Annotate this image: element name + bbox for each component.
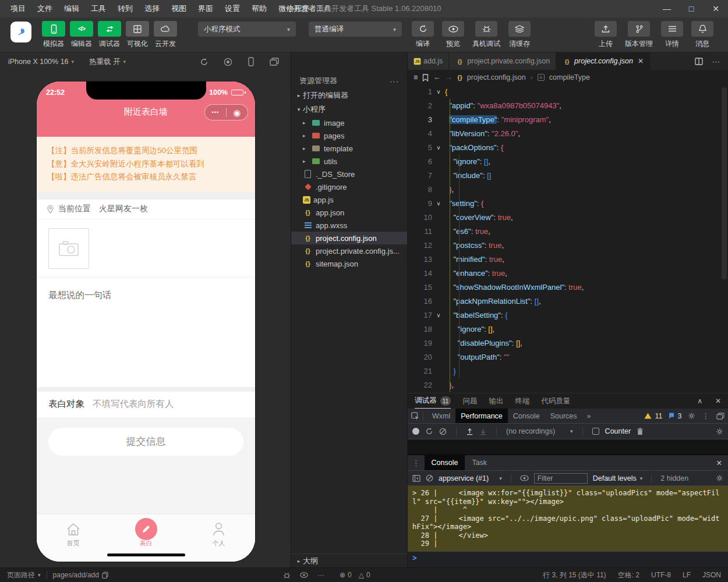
console-drawer-tab[interactable]: Task [465, 455, 494, 470]
mode-select[interactable]: 小程序模式▾ [198, 22, 296, 37]
debugger-tab[interactable]: 代码质量 [541, 393, 570, 409]
message-textarea[interactable]: 最想说的一句话 [37, 278, 255, 387]
devtools-tab[interactable]: Performance [455, 409, 508, 423]
gear-icon[interactable] [716, 428, 723, 435]
problems-indicator[interactable]: ⊗0 △0 [340, 571, 370, 579]
filter-input[interactable] [534, 473, 588, 484]
recordings-select[interactable]: (no recordings)▾ [506, 427, 573, 435]
tabbar-item[interactable]: 首页 [50, 520, 97, 562]
more-dots-icon[interactable]: ••• [212, 109, 219, 115]
code-line[interactable]: 12 "postcss": true, [408, 239, 728, 253]
console-drawer-tab[interactable]: Console [425, 455, 465, 470]
code-line[interactable]: 9∨ "setting": { [408, 197, 728, 211]
more-actions-icon[interactable]: ··· [390, 77, 399, 86]
panel-toggle-button[interactable]: 调试器 [96, 21, 123, 49]
record-icon[interactable] [224, 58, 232, 66]
forward-arrow-icon[interactable]: → [446, 73, 453, 81]
code-editor[interactable]: 1∨{2 "appid": "wxa8a0987b05074943",3 "co… [408, 85, 728, 393]
toolbar-action-button[interactable]: 清缓存 [504, 21, 535, 49]
collapse-icon[interactable]: ∧ [697, 397, 702, 405]
tree-item[interactable]: ▸ pages [291, 129, 407, 142]
debugger-tab[interactable]: 调试器 11 [415, 393, 451, 409]
devtools-tab[interactable]: Console [508, 409, 545, 423]
code-line[interactable]: 10 "coverView": true, [408, 211, 728, 225]
code-line[interactable]: 5∨ "packOptions": { [408, 141, 728, 155]
eye-icon[interactable] [300, 572, 308, 578]
gear-icon[interactable] [716, 474, 723, 482]
panel-toggle-button[interactable]: 模拟器 [40, 21, 68, 49]
counter-checkbox[interactable] [592, 428, 599, 435]
hidden-count[interactable]: 2 hidden [660, 474, 688, 482]
hamburger-icon[interactable]: ≡ [414, 73, 418, 81]
more-actions-icon[interactable]: ··· [712, 57, 720, 66]
split-editor-icon[interactable] [695, 58, 703, 65]
tab-overflow-icon[interactable]: » [582, 412, 596, 420]
code-line[interactable]: 19 "disablePlugins": [], [408, 336, 728, 350]
menu-item[interactable]: 微信开发者工具 [273, 0, 337, 17]
clear-icon[interactable] [439, 428, 447, 435]
toolbar-action-button[interactable]: 预览 [438, 21, 468, 49]
encoding[interactable]: UTF-8 [651, 571, 671, 579]
explorer-section[interactable]: ▾ 小程序 [291, 102, 407, 116]
tree-item[interactable]: ._DS_Store [291, 168, 407, 180]
menu-item[interactable]: 文件 [31, 0, 58, 17]
phone-frame-icon[interactable] [248, 57, 255, 66]
inspect-icon[interactable] [411, 412, 419, 420]
device-select[interactable]: iPhone X 100% 16▾ [8, 58, 74, 66]
code-line[interactable]: 13 "minified": true, [408, 253, 728, 267]
menu-item[interactable]: 选择 [139, 0, 165, 17]
toolbar-action-button[interactable]: 编译 [408, 21, 438, 49]
capsule-menu[interactable]: ••• ◉ [204, 104, 248, 120]
breadcrumb-file[interactable]: project.config.json [467, 73, 526, 81]
location-row[interactable]: 当前位置 火星网友一枚 [37, 200, 255, 219]
panel-toggle-button[interactable]: 云开发 [151, 21, 179, 49]
context-select[interactable]: appservice (#1)▾ [439, 474, 502, 482]
bug-icon[interactable] [283, 572, 291, 579]
devtools-tab[interactable]: Sources [545, 409, 582, 423]
close-button[interactable]: ✕ [704, 0, 728, 17]
console-output[interactable]: > 26 | <image wx:for="{{imglist}}" class… [408, 486, 728, 568]
compile-select[interactable]: 普通编译▾ [309, 22, 402, 37]
bookmark-icon[interactable] [422, 74, 429, 81]
tree-item[interactable]: .gitignore [291, 180, 407, 193]
gear-icon[interactable] [688, 412, 695, 420]
maximize-button[interactable]: □ [679, 0, 704, 17]
explorer-section[interactable]: ▸ 打开的编辑器 [291, 88, 407, 102]
submit-button[interactable]: 提交信息 [48, 428, 243, 456]
code-line[interactable]: 15 "showShadowRootInWxmlPanel": true, [408, 281, 728, 294]
menu-item[interactable]: 设置 [219, 0, 246, 17]
tree-item[interactable]: ▸ image [291, 116, 407, 129]
add-photo-button[interactable] [48, 228, 89, 269]
target-input-placeholder[interactable]: 不填写代表向所有人 [93, 398, 174, 410]
code-line[interactable]: 22 }, [408, 378, 728, 392]
debugger-tab[interactable]: 终端 [515, 393, 529, 409]
close-tab-icon[interactable]: ✕ [638, 57, 644, 65]
code-line[interactable]: 4 "libVersion": "2.26.0", [408, 127, 728, 141]
editor-tab[interactable]: project.config.json ✕ [556, 52, 650, 70]
kebab-menu-icon[interactable]: ⋮ [702, 411, 710, 420]
back-arrow-icon[interactable]: ← [433, 73, 441, 81]
toolbar-action-button[interactable]: 版本管理 [621, 21, 657, 49]
menu-item[interactable]: 编辑 [58, 0, 85, 17]
tree-item[interactable]: app.json [291, 206, 407, 219]
info-flag-icon[interactable] [669, 413, 674, 419]
breadcrumb-symbol[interactable]: compileType [549, 73, 590, 81]
close-icon[interactable]: ✕ [715, 397, 721, 405]
code-line[interactable]: 2 "appid": "wxa8a0987b05074943", [408, 99, 728, 113]
minimize-button[interactable]: — [655, 0, 679, 17]
code-line[interactable]: 18 "ignore": [], [408, 322, 728, 336]
menu-item[interactable]: 项目 [5, 0, 31, 17]
code-line[interactable]: 20 "outputPath": "" [408, 350, 728, 364]
debugger-tab[interactable]: 问题 [462, 393, 477, 409]
toolbar-action-button[interactable]: 详情 [657, 21, 687, 49]
toolbar-action-button[interactable]: 上传 [591, 21, 621, 49]
editor-tab[interactable]: project.private.config.json [449, 52, 556, 70]
code-line[interactable]: 6 "ignore": [], [408, 155, 728, 169]
tabbar-item[interactable]: 个人 [196, 520, 242, 562]
record-button[interactable] [412, 428, 419, 435]
reload-icon[interactable] [425, 427, 433, 435]
menu-item[interactable]: 帮助 [246, 0, 273, 17]
menu-item[interactable]: 视图 [165, 0, 192, 17]
tree-item[interactable]: project.private.config.js... [291, 244, 407, 257]
save-profile-icon[interactable] [479, 428, 487, 435]
